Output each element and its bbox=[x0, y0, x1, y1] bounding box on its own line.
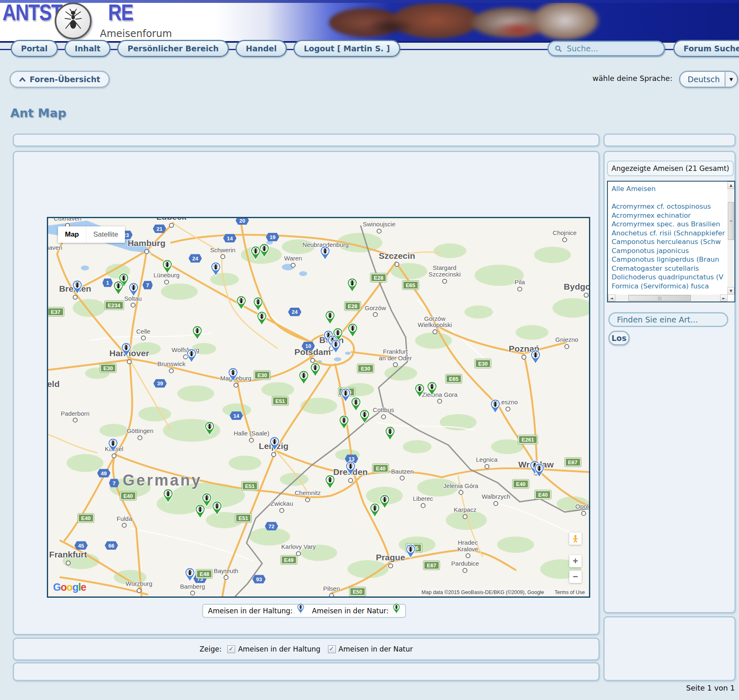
species-link[interactable]: Formica (Serviformica) fusca bbox=[612, 282, 727, 291]
horizontal-scrollbar[interactable]: ◄ ||| ► bbox=[608, 295, 727, 302]
map-marker-wild[interactable] bbox=[204, 421, 215, 436]
map-canvas[interactable]: Germany Map Satellite + − Google Map dat… bbox=[47, 217, 590, 598]
map-marker-wild[interactable] bbox=[347, 323, 358, 338]
species-link[interactable]: Acromyrmex spec. aus Brasilien bbox=[612, 220, 727, 229]
nav-tab-portal[interactable]: Portal bbox=[11, 40, 58, 57]
pegman-control[interactable] bbox=[569, 532, 582, 545]
road-shield-icon: 7 bbox=[143, 281, 153, 290]
city-dot bbox=[66, 561, 71, 566]
map-marker-captive[interactable] bbox=[340, 388, 351, 403]
map-marker-captive[interactable] bbox=[128, 282, 139, 297]
species-link[interactable]: Alle Ameisen bbox=[612, 184, 727, 193]
road-shield-icon: E40 bbox=[535, 490, 551, 499]
city-dot bbox=[400, 476, 405, 481]
map-marker-wild[interactable] bbox=[385, 426, 395, 441]
filter-option-label: Ameisen in der Natur bbox=[339, 645, 413, 653]
map-marker-wild[interactable] bbox=[113, 281, 124, 295]
map-marker-wild[interactable] bbox=[195, 504, 206, 519]
map-marker-wild[interactable] bbox=[427, 381, 437, 396]
dropdown-arrow-icon[interactable]: ▼ bbox=[725, 72, 737, 87]
map-marker-wild[interactable] bbox=[310, 362, 321, 377]
map-marker-wild[interactable] bbox=[339, 415, 349, 430]
map-marker-wild[interactable] bbox=[250, 246, 261, 260]
species-link[interactable]: Anochetus cf. risii (Schnappkiefer bbox=[612, 229, 727, 238]
language-select[interactable]: Deutsch ▼ bbox=[679, 71, 738, 88]
map-type-satellite-button[interactable]: Satellite bbox=[86, 226, 125, 243]
vertical-scrollbar[interactable]: ▲ ≡ ▼ bbox=[727, 182, 734, 295]
find-species-input[interactable] bbox=[616, 315, 721, 325]
map-marker-wild[interactable] bbox=[370, 503, 380, 518]
species-link[interactable]: Camponotus herculeanus (Schw bbox=[612, 237, 727, 246]
map-marker-captive[interactable] bbox=[330, 339, 341, 354]
species-link[interactable]: Dolichoderus quadripunctatus (V bbox=[612, 273, 727, 282]
map-marker-captive[interactable] bbox=[269, 436, 280, 451]
forum-search-button[interactable]: Forum Suche bbox=[673, 40, 739, 57]
map-marker-wild[interactable] bbox=[325, 474, 335, 489]
map-marker-captive[interactable] bbox=[530, 350, 541, 364]
find-species-box[interactable] bbox=[608, 312, 728, 327]
zoom-in-button[interactable]: + bbox=[569, 555, 582, 567]
species-link[interactable]: Crematogaster scutellaris bbox=[612, 264, 727, 273]
google-logo-letter: g bbox=[72, 581, 78, 593]
map-marker-wild[interactable] bbox=[256, 311, 267, 326]
map-marker-wild[interactable] bbox=[236, 295, 247, 310]
map-marker-captive[interactable] bbox=[210, 262, 221, 276]
map-marker-captive[interactable] bbox=[185, 567, 195, 582]
scroll-down-button[interactable]: ▼ bbox=[727, 287, 734, 295]
zoom-out-button[interactable]: − bbox=[569, 571, 582, 583]
map-marker-captive[interactable] bbox=[228, 367, 238, 382]
go-button[interactable]: Los bbox=[608, 331, 630, 345]
city-label: Walbrzych bbox=[482, 493, 510, 506]
map-marker-captive[interactable] bbox=[121, 342, 132, 357]
filter-option-label: Ameisen in der Haltung bbox=[238, 645, 320, 653]
map-marker-wild[interactable] bbox=[298, 370, 309, 385]
scroll-up-button[interactable]: ▲ bbox=[727, 182, 734, 189]
nav-tab-pers-nlicher-bereich[interactable]: Persönlicher Bereich bbox=[117, 40, 229, 57]
nav-tab-logout-martin-s[interactable]: Logout [ Martin S. ] bbox=[293, 40, 400, 57]
map-marker-wild[interactable] bbox=[359, 409, 370, 424]
map-marker-wild[interactable] bbox=[414, 383, 425, 398]
vertical-scroll-thumb[interactable]: ≡ bbox=[728, 202, 734, 240]
map-marker-wild[interactable] bbox=[253, 297, 263, 311]
map-marker-captive[interactable] bbox=[186, 348, 197, 363]
map-marker-wild[interactable] bbox=[163, 488, 173, 503]
map-marker-captive[interactable] bbox=[345, 461, 356, 476]
road-shield-icon: 24 bbox=[288, 308, 301, 316]
species-link[interactable]: Acromyrmex cf. octospinosus bbox=[612, 202, 727, 211]
forum-overview-button[interactable]: Foren-Übersicht bbox=[9, 71, 110, 88]
road-shield-icon: 24 bbox=[189, 254, 202, 262]
horizontal-scroll-thumb[interactable]: ||| bbox=[628, 295, 691, 301]
species-link[interactable]: Camponotus ligniperdus (Braun bbox=[612, 255, 727, 264]
nav-tab-handel[interactable]: Handel bbox=[236, 40, 287, 57]
species-link[interactable]: Acromyrmex echinatior bbox=[612, 211, 727, 220]
map-marker-wild[interactable] bbox=[162, 259, 173, 274]
map-marker-captive[interactable] bbox=[490, 399, 501, 414]
search-input[interactable] bbox=[566, 44, 658, 53]
city-label: Fulda bbox=[117, 515, 132, 528]
species-listbox[interactable]: Alle Ameisen Acromyrmex cf. octospinosus… bbox=[607, 181, 735, 302]
nav-tab-inhalt[interactable]: Inhalt bbox=[65, 40, 111, 57]
map-marker-wild[interactable] bbox=[325, 310, 335, 325]
map-marker-wild[interactable] bbox=[192, 325, 203, 340]
map-marker-captive[interactable] bbox=[405, 544, 416, 559]
city-label: Gorzów bbox=[365, 304, 386, 317]
forum-search-box[interactable] bbox=[547, 41, 665, 56]
map-type-control: Map Satellite bbox=[58, 226, 125, 243]
map-marker-captive[interactable] bbox=[72, 280, 83, 295]
ant-photo-banner bbox=[316, 0, 604, 41]
map-marker-wild[interactable] bbox=[212, 501, 222, 516]
scroll-right-button[interactable]: ► bbox=[720, 295, 727, 302]
map-marker-captive[interactable] bbox=[534, 463, 545, 478]
species-link[interactable]: Camponotus japonicus bbox=[612, 246, 727, 256]
map-marker-captive[interactable] bbox=[108, 438, 118, 453]
filter-checkbox-ameisen-in-der-haltung[interactable] bbox=[227, 645, 235, 653]
city-dot bbox=[581, 511, 586, 516]
map-marker-wild[interactable] bbox=[379, 494, 390, 509]
scroll-left-button[interactable]: ◄ bbox=[608, 295, 615, 302]
map-type-map-button[interactable]: Map bbox=[58, 226, 86, 243]
filter-checkbox-ameisen-in-der-natur[interactable] bbox=[328, 645, 336, 653]
city-label: Pila bbox=[515, 279, 525, 292]
map-marker-captive[interactable] bbox=[320, 246, 330, 260]
map-terms-link[interactable]: Terms of Use bbox=[554, 589, 585, 595]
map-marker-wild[interactable] bbox=[347, 278, 358, 292]
